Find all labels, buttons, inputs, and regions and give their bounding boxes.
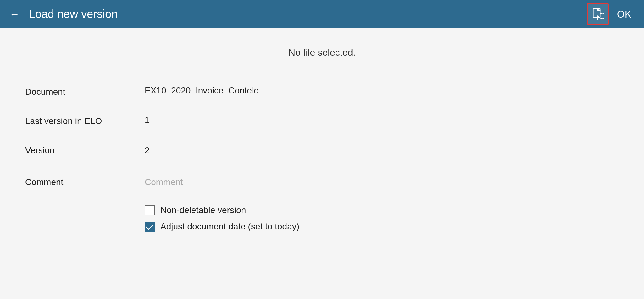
main-content: No file selected. Document EX10_2020_Inv… (0, 28, 644, 299)
back-button[interactable]: ← (9, 9, 19, 19)
last-version-row: Last version in ELO 1 (25, 106, 619, 135)
adjust-date-checkbox[interactable] (145, 222, 155, 232)
adjust-date-label: Adjust document date (set to today) (160, 222, 299, 232)
ok-button[interactable]: OK (614, 8, 635, 20)
document-row: Document EX10_2020_Invoice_Contelo (25, 77, 619, 106)
last-version-value: 1 (145, 115, 619, 125)
non-deletable-checkbox-row[interactable]: Non-deletable version (145, 205, 619, 215)
page-title: Load new version (29, 8, 587, 21)
version-label: Version (25, 144, 145, 155)
comment-label: Comment (25, 176, 145, 187)
document-label: Document (25, 86, 145, 97)
comment-row: Comment (25, 167, 619, 199)
app-container: ← Load new version OK (0, 0, 644, 299)
load-file-button[interactable] (587, 3, 609, 25)
last-version-label: Last version in ELO (25, 115, 145, 126)
document-value: EX10_2020_Invoice_Contelo (145, 86, 619, 96)
version-row: Version (25, 135, 619, 167)
form-section: Document EX10_2020_Invoice_Contelo Last … (25, 77, 619, 199)
version-input[interactable] (145, 144, 619, 158)
no-file-selected-text: No file selected. (25, 44, 619, 61)
adjust-date-checkbox-row[interactable]: Adjust document date (set to today) (145, 222, 619, 232)
non-deletable-label: Non-deletable version (160, 205, 246, 215)
file-upload-icon (591, 8, 604, 20)
checkboxes-section: Non-deletable version Adjust document da… (25, 205, 619, 232)
header: ← Load new version OK (0, 0, 644, 28)
comment-input[interactable] (145, 176, 619, 190)
non-deletable-checkbox[interactable] (145, 205, 155, 215)
header-actions: OK (587, 3, 635, 25)
